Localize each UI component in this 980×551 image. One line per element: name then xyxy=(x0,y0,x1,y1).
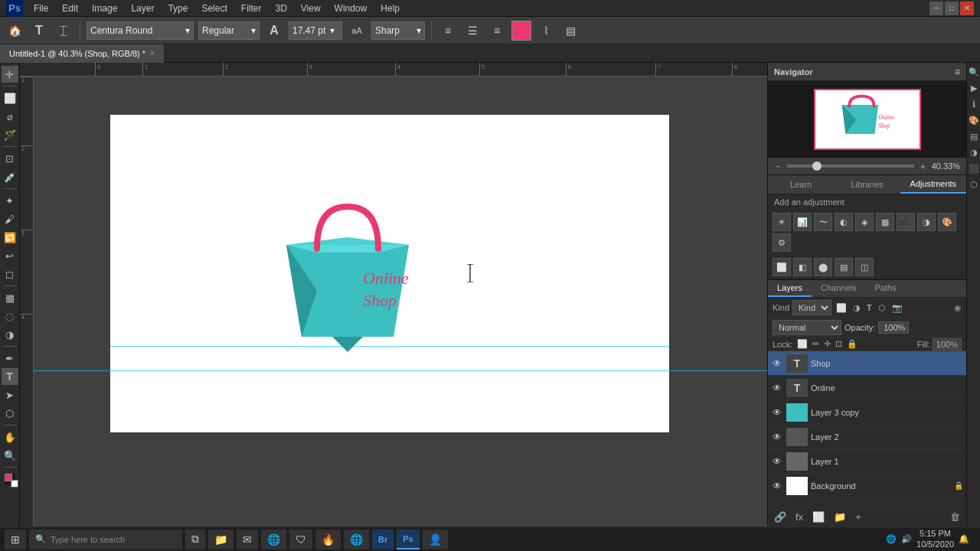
layer-item-1[interactable]: 👁 Layer 1 xyxy=(768,449,966,474)
search-bar[interactable]: 🔍 Type here to search xyxy=(29,530,182,549)
menu-view[interactable]: View xyxy=(295,2,327,15)
character-panel-icon[interactable]: ▤ xyxy=(560,21,580,41)
gradient-tool[interactable]: ▦ xyxy=(2,289,18,306)
font-family-dropdown[interactable]: Centura Round ▾ xyxy=(87,21,194,40)
navigator-options-icon[interactable]: ≡ xyxy=(955,67,960,77)
opacity-value[interactable]: 100% xyxy=(878,321,909,334)
menu-image[interactable]: Image xyxy=(86,2,123,15)
layer-item-shop[interactable]: 👁 T Shop xyxy=(768,351,966,376)
canvas-viewport[interactable]: Online Shop xyxy=(34,77,767,527)
marquee-tool[interactable]: ⬜ xyxy=(2,90,18,106)
layer-eye-online[interactable]: 👁 xyxy=(771,382,783,394)
taskbar-mail[interactable]: ✉ xyxy=(237,530,258,549)
task-view-button[interactable]: ⧉ xyxy=(185,530,205,549)
network-icon[interactable]: 🌐 xyxy=(886,534,897,544)
swatches-panel-icon[interactable]: ▤ xyxy=(969,130,979,143)
photo-filter-icon[interactable]: 🎨 xyxy=(938,213,956,231)
brush-tool[interactable]: 🖌 xyxy=(2,210,18,227)
gradient-map-icon[interactable]: ▤ xyxy=(835,258,853,276)
add-fx-icon[interactable]: fx xyxy=(792,510,806,524)
zoom-tool[interactable]: 🔍 xyxy=(2,447,18,464)
taskbar-firefox[interactable]: 🔥 xyxy=(315,530,341,549)
delete-layer-icon[interactable]: 🗑 xyxy=(947,510,963,524)
menu-help[interactable]: Help xyxy=(374,2,406,15)
menu-window[interactable]: Window xyxy=(328,2,374,15)
layer-eye-2[interactable]: 👁 xyxy=(771,431,783,443)
layer-item-background[interactable]: 👁 Background 🔒 xyxy=(768,474,966,498)
system-clock[interactable]: 5:15 PM 10/5/2020 xyxy=(916,529,954,549)
info-panel-icon[interactable]: ℹ xyxy=(971,98,977,111)
eraser-tool[interactable]: ◻ xyxy=(2,266,18,282)
font-size-input[interactable]: 17.47 pt ▾ xyxy=(289,21,342,40)
eyedropper-tool[interactable]: 💉 xyxy=(2,168,18,185)
lock-artboard-icon[interactable]: ⊡ xyxy=(835,339,842,349)
lock-transparent-icon[interactable]: ⬜ xyxy=(797,339,808,349)
notification-icon[interactable]: 🔔 xyxy=(959,534,969,544)
levels-icon[interactable]: 📊 xyxy=(793,213,812,231)
align-right-icon[interactable]: ≡ xyxy=(487,21,507,41)
warp-text-icon[interactable]: ⌇ xyxy=(536,21,556,41)
blur-tool[interactable]: ◌ xyxy=(2,308,18,324)
selective-color-icon[interactable]: ◫ xyxy=(855,258,874,276)
history-brush-tool[interactable]: ↩ xyxy=(2,247,18,264)
close-button[interactable]: ✕ xyxy=(960,2,974,15)
posterize-icon[interactable]: ◧ xyxy=(793,258,812,276)
shape-filter-icon[interactable]: ⬡ xyxy=(877,302,887,315)
color-panel-icon[interactable]: 🎨 xyxy=(967,114,981,127)
spot-heal-tool[interactable]: ✦ xyxy=(2,192,18,209)
taskbar-shield[interactable]: 🛡 xyxy=(289,530,312,549)
menu-select[interactable]: Select xyxy=(195,2,233,15)
add-mask-icon[interactable]: ⬜ xyxy=(809,510,828,524)
move-tool[interactable]: ✛ xyxy=(2,66,18,83)
pen-tool[interactable]: ✒ xyxy=(2,350,18,367)
document-tab[interactable]: Untitled-1 @ 40.3% (Shop, RGB/8) * × xyxy=(0,44,165,63)
bw-icon[interactable]: ◑ xyxy=(917,213,936,231)
layer-item-online[interactable]: 👁 T Online xyxy=(768,376,966,400)
3d-panel-icon[interactable]: ⬡ xyxy=(969,178,979,191)
font-style-dropdown[interactable]: Regular ▾ xyxy=(198,21,260,40)
tab-channels[interactable]: Channels xyxy=(812,280,865,297)
brightness-icon[interactable]: ☀ xyxy=(773,213,791,231)
channel-mixer-icon[interactable]: ⚙ xyxy=(773,233,791,252)
tab-learn[interactable]: Learn xyxy=(768,175,834,194)
minimize-button[interactable]: ─ xyxy=(929,2,943,15)
lock-image-icon[interactable]: ✏ xyxy=(812,339,819,349)
hand-tool[interactable]: ✋ xyxy=(2,429,18,445)
text-warp-icon[interactable]: ⌶ xyxy=(54,21,74,41)
taskbar-chrome[interactable]: 🌐 xyxy=(344,530,369,549)
taskbar-ps-bridge[interactable]: Br xyxy=(372,530,394,549)
volume-icon[interactable]: 🔊 xyxy=(901,534,912,544)
dodge-tool[interactable]: ◑ xyxy=(2,326,18,343)
taskbar-explorer[interactable]: 📁 xyxy=(208,530,234,549)
layer-eye-background[interactable]: 👁 xyxy=(771,480,783,492)
tab-paths[interactable]: Paths xyxy=(866,280,906,297)
zoom-out-icon[interactable]: － xyxy=(774,161,782,172)
layer-eye-3copy[interactable]: 👁 xyxy=(771,406,783,419)
tab-adjustments[interactable]: Adjustments xyxy=(900,175,966,194)
exposure-icon[interactable]: ◐ xyxy=(835,213,853,231)
pixel-filter-icon[interactable]: ⬜ xyxy=(835,302,848,315)
taskbar-person[interactable]: 👤 xyxy=(423,530,448,549)
tab-libraries[interactable]: Libraries xyxy=(834,175,900,194)
hsl-icon[interactable]: ▦ xyxy=(876,213,894,231)
align-center-icon[interactable]: ☰ xyxy=(462,21,482,41)
play-panel-icon[interactable]: ▶ xyxy=(969,82,978,95)
antialiasing-dropdown[interactable]: Sharp ▾ xyxy=(371,21,425,40)
foreground-color[interactable] xyxy=(2,471,18,487)
colorbalance-icon[interactable]: ⬛ xyxy=(897,213,915,231)
lock-all-icon[interactable]: 🔒 xyxy=(847,339,858,349)
clone-stamp-tool[interactable]: 🔂 xyxy=(2,229,18,246)
blend-mode-select[interactable]: Normal xyxy=(773,320,841,335)
text-color-swatch[interactable] xyxy=(511,21,531,41)
menu-layer[interactable]: Layer xyxy=(125,2,160,15)
tab-layers[interactable]: Layers xyxy=(768,280,812,297)
menu-filter[interactable]: Filter xyxy=(235,2,268,15)
align-left-icon[interactable]: ≡ xyxy=(438,21,458,41)
menu-edit[interactable]: Edit xyxy=(56,2,84,15)
maximize-button[interactable]: □ xyxy=(945,2,959,15)
path-select-tool[interactable]: ➤ xyxy=(2,386,18,403)
magic-wand-tool[interactable]: 🪄 xyxy=(2,126,18,143)
menu-file[interactable]: File xyxy=(28,2,54,15)
menu-3d[interactable]: 3D xyxy=(269,2,292,15)
link-layers-icon[interactable]: 🔗 xyxy=(771,510,789,524)
